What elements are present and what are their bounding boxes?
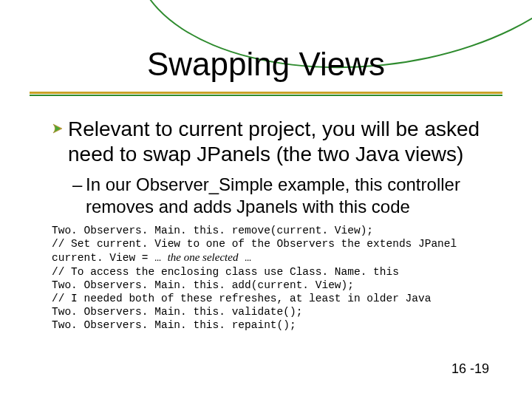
code-block: Two. Observers. Main. this. remove(curre…	[52, 224, 499, 332]
code-line-6: // I needed both of these refreshes, at …	[52, 293, 431, 304]
slide-title: Swapping Views	[0, 46, 532, 83]
code-line-2: // Set current. View to one of the Obser…	[52, 238, 457, 250]
leaf-bullet-icon	[52, 123, 68, 134]
page-number: 16 -19	[451, 361, 489, 377]
title-rule-green	[30, 95, 502, 96]
code-line-7: Two. Observers. Main. this. validate();	[52, 306, 302, 318]
title-area: Swapping Views	[0, 46, 532, 86]
sub-bullet-text-1: In our Observer_Simple example, this con…	[86, 174, 499, 218]
content-area: Relevant to current project, you will be…	[52, 117, 499, 332]
title-rule-gold	[30, 92, 502, 94]
bullet-text-1: Relevant to current project, you will be…	[68, 117, 499, 166]
sub-bullet-1: – In our Observer_Simple example, this c…	[72, 174, 499, 218]
dash-marker: –	[72, 174, 86, 196]
code-line-8: Two. Observers. Main. this. repaint();	[52, 319, 296, 331]
code-line-3c: …	[238, 252, 250, 264]
code-line-3b: the one selected	[168, 251, 239, 263]
code-line-1: Two. Observers. Main. this. remove(curre…	[52, 225, 373, 236]
code-line-5: Two. Observers. Main. this. add(current.…	[52, 279, 354, 291]
code-line-4: // To access the enclosing class use Cla…	[52, 266, 399, 278]
code-line-3a: current. View = …	[52, 252, 168, 264]
bullet-item-1: Relevant to current project, you will be…	[52, 117, 499, 166]
